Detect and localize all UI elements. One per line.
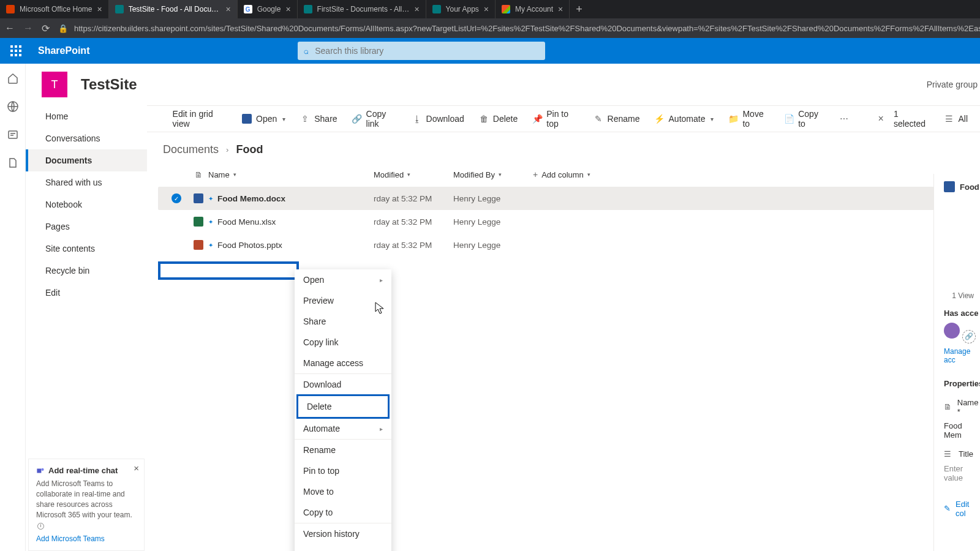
share-button[interactable]: ⇪Share [300, 114, 337, 124]
ctx-manage-access[interactable]: Manage access [295, 353, 391, 373]
ctx-pin[interactable]: Pin to top [295, 460, 391, 481]
close-icon[interactable]: × [134, 462, 139, 474]
browser-tab[interactable]: G Google × [238, 0, 298, 18]
suite-header: SharePoint ⌕ [0, 38, 980, 64]
browser-tab[interactable]: FirstSite - Documents - All Docum × [298, 0, 426, 18]
promo-body: Add Microsoft Teams to collaborate in re… [36, 479, 137, 530]
manage-access-link[interactable]: Manage acc [944, 347, 980, 364]
ctx-copy-link[interactable]: Copy link [295, 332, 391, 353]
browser-tab[interactable]: My Account × [496, 0, 570, 18]
modified-by-cell[interactable]: Henry Legge [453, 194, 533, 203]
nav-pages[interactable]: Pages [26, 216, 147, 238]
close-icon[interactable]: × [558, 4, 563, 14]
brand-label[interactable]: SharePoint [38, 45, 89, 56]
nav-home[interactable]: Home [26, 105, 147, 127]
file-icon: 🗎 [944, 402, 952, 412]
more-button[interactable]: ⋯ [839, 114, 849, 124]
browser-tab[interactable]: TestSite - Food - All Documents × [109, 0, 238, 18]
ctx-open[interactable]: Open▸ [295, 269, 391, 290]
link-icon[interactable]: 🔗 [962, 330, 976, 343]
file-name[interactable]: Food Menu.xlsx [217, 217, 276, 227]
breadcrumb-root[interactable]: Documents [163, 143, 219, 156]
download-button[interactable]: ⭳Download [412, 114, 464, 124]
table-header: 🗎 Name▾ Modified▾ Modified By▾ +Add colu… [158, 162, 969, 187]
modified-cell: rday at 5:32 PM [374, 241, 453, 250]
nav-site-contents[interactable]: Site contents [26, 238, 147, 260]
move-icon: 📁 [728, 114, 738, 124]
table-row[interactable]: ✓ ✦Food Memo.docx rday at 5:32 PM Henry … [158, 187, 969, 210]
url-field[interactable]: 🔒 https://citizenbuilders.sharepoint.com… [58, 24, 980, 33]
promo-link[interactable]: Add Microsoft Teams [36, 534, 137, 544]
reload-icon[interactable]: ⟳ [42, 23, 50, 34]
home-icon[interactable] [7, 72, 19, 84]
ctx-download[interactable]: Download [295, 374, 391, 395]
row-checkbox[interactable]: ✓ [164, 193, 189, 203]
close-icon[interactable]: × [225, 4, 230, 14]
globe-icon[interactable] [7, 100, 19, 113]
modified-by-cell[interactable]: Henry Legge [453, 241, 533, 250]
browser-tab[interactable]: Microsoft Office Home × [0, 0, 109, 18]
automate-button[interactable]: ⚡Automate▾ [655, 114, 714, 124]
nav-shared[interactable]: Shared with us [26, 171, 147, 193]
close-icon[interactable]: × [97, 4, 102, 14]
teams-promo: × Add real-time chat Add Microsoft Teams… [28, 459, 145, 551]
ctx-alert-me[interactable]: Alert me [295, 544, 391, 551]
app-launcher-icon[interactable] [6, 41, 26, 61]
avatar[interactable] [944, 323, 960, 339]
copy-link-button[interactable]: 🔗Copy link [352, 109, 398, 129]
nav-edit[interactable]: Edit [26, 282, 147, 304]
search-input[interactable] [315, 46, 539, 56]
delete-button[interactable]: 🗑Delete [479, 114, 518, 124]
rename-button[interactable]: ✎Rename [594, 114, 640, 124]
news-icon[interactable] [7, 129, 19, 141]
add-column-button[interactable]: +Add column▾ [533, 170, 590, 179]
search-box[interactable]: ⌕ [298, 42, 545, 60]
file-name[interactable]: Food Photos.pptx [217, 241, 282, 250]
table-row[interactable]: ✦Food Photos.pptx rday at 5:32 PM Henry … [158, 233, 969, 257]
ctx-move[interactable]: Move to [295, 481, 391, 502]
open-button[interactable]: Open▾ [242, 114, 285, 124]
edit-columns-link[interactable]: ✎Edit col [944, 500, 980, 518]
favicon [432, 5, 441, 13]
close-icon[interactable]: × [414, 4, 419, 14]
close-icon[interactable]: × [484, 4, 489, 14]
ctx-automate[interactable]: Automate▸ [295, 418, 391, 439]
ctx-copy[interactable]: Copy to [295, 502, 391, 523]
ctx-share[interactable]: Share [295, 311, 391, 332]
chevron-right-icon: ▸ [380, 277, 383, 283]
nav-recycle[interactable]: Recycle bin [26, 260, 147, 282]
move-button[interactable]: 📁Move to [728, 109, 769, 129]
back-icon[interactable]: ← [5, 23, 15, 34]
ctx-preview[interactable]: Preview [295, 290, 391, 311]
modified-by-header[interactable]: Modified By▾ [453, 170, 533, 179]
name-header[interactable]: Name▾ [208, 170, 374, 179]
ctx-version-history[interactable]: Version history [295, 523, 391, 544]
clear-selection-icon[interactable]: × [878, 113, 884, 124]
info-icon[interactable]: i [37, 523, 44, 530]
browser-tab[interactable]: Your Apps × [426, 0, 496, 18]
title-placeholder[interactable]: Enter value [944, 464, 980, 482]
list-icon: ☰ [944, 114, 954, 124]
chevron-right-icon: ▸ [380, 425, 383, 432]
file-name[interactable]: Food Memo.docx [217, 194, 285, 203]
ctx-delete[interactable]: Delete [296, 394, 390, 419]
site-title[interactable]: TestSite [81, 76, 137, 93]
view-selector[interactable]: ☰All [944, 114, 968, 124]
nav-documents[interactable]: Documents [26, 149, 147, 171]
forward-icon[interactable]: → [23, 23, 33, 34]
nav-conversations[interactable]: Conversations [26, 127, 147, 149]
site-logo[interactable]: T [42, 72, 67, 97]
modified-header[interactable]: Modified▾ [374, 170, 453, 179]
edit-grid-button[interactable]: Edit in grid view [159, 109, 227, 129]
nav-notebook[interactable]: Notebook [26, 193, 147, 216]
name-value[interactable]: Food Mem [944, 421, 980, 440]
modified-by-cell[interactable]: Henry Legge [453, 217, 533, 227]
file-type-header[interactable]: 🗎 [189, 170, 208, 179]
new-tab-button[interactable]: + [570, 3, 589, 16]
table-row[interactable]: ✦Food Menu.xlsx rday at 5:32 PM Henry Le… [158, 210, 969, 233]
files-icon[interactable] [7, 157, 19, 169]
pin-button[interactable]: 📌Pin to top [532, 109, 578, 129]
ctx-rename[interactable]: Rename [295, 440, 391, 460]
copy-button[interactable]: 📄Copy to [784, 109, 824, 129]
close-icon[interactable]: × [285, 4, 290, 14]
